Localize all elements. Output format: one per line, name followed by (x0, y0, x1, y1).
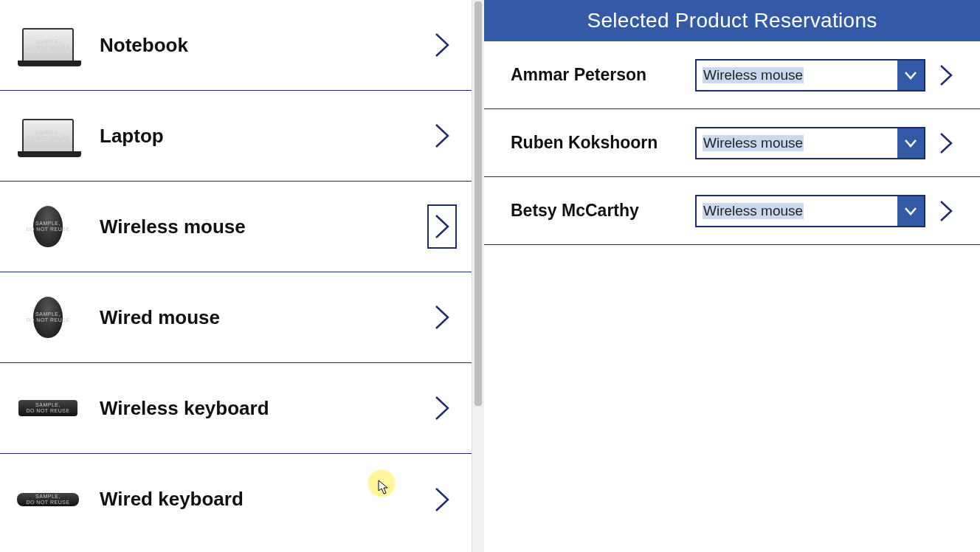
chevron-down-icon[interactable] (897, 61, 924, 90)
product-thumb: SAMPLE, DO NOT REUSE (15, 474, 81, 525)
chevron-right-icon[interactable] (427, 477, 457, 522)
scrollbar-thumb[interactable] (475, 1, 482, 406)
chevron-right-icon[interactable] (427, 204, 457, 249)
product-thumb: SAMPLE, DO NOT REUSE (15, 19, 81, 71)
product-row-wired-keyboard[interactable]: SAMPLE, DO NOT REUSE Wired keyboard (0, 454, 472, 545)
app-root: SAMPLE, DO NOT REUSE Notebook SAMPLE, DO… (0, 0, 980, 552)
keyboard-icon (18, 400, 77, 416)
mouse-icon (33, 297, 63, 338)
laptop-icon (22, 119, 74, 153)
reservation-name: Ruben Kokshoorn (511, 133, 695, 153)
chevron-right-icon[interactable] (427, 23, 457, 67)
product-thumb: SAMPLE, DO NOT REUSE (15, 110, 81, 162)
product-list-panel: SAMPLE, DO NOT REUSE Notebook SAMPLE, DO… (0, 0, 472, 552)
select-value: Wireless mouse (697, 61, 897, 90)
select-value: Wireless mouse (697, 128, 897, 158)
reservation-product-select[interactable]: Wireless mouse (695, 127, 925, 159)
product-label: Wired mouse (100, 306, 427, 329)
left-panel-scrollbar[interactable] (472, 0, 484, 552)
chevron-right-icon[interactable] (933, 132, 959, 154)
mouse-icon (33, 206, 63, 247)
reservation-row: Ruben Kokshoorn Wireless mouse (484, 109, 980, 177)
product-row-notebook[interactable]: SAMPLE, DO NOT REUSE Notebook (0, 0, 472, 91)
product-row-wireless-mouse[interactable]: SAMPLE, DO NOT REUSE Wireless mouse (0, 182, 472, 272)
laptop-icon (22, 28, 74, 62)
product-label: Notebook (100, 34, 427, 57)
product-row-laptop[interactable]: SAMPLE, DO NOT REUSE Laptop (0, 91, 472, 182)
chevron-right-icon[interactable] (427, 295, 457, 339)
reservation-product-select[interactable]: Wireless mouse (695, 59, 925, 92)
reservations-header: Selected Product Reservations (484, 0, 980, 41)
product-label: Wireless mouse (100, 215, 427, 238)
chevron-down-icon[interactable] (897, 196, 924, 226)
product-label: Wireless keyboard (100, 397, 427, 420)
chevron-right-icon[interactable] (933, 64, 959, 86)
reservation-name: Ammar Peterson (511, 65, 695, 85)
product-label: Laptop (100, 125, 427, 148)
chevron-right-icon[interactable] (427, 386, 457, 430)
reservation-name: Betsy McCarthy (511, 201, 695, 221)
product-thumb: SAMPLE, DO NOT REUSE (15, 291, 81, 343)
chevron-right-icon[interactable] (427, 114, 457, 158)
reservation-product-select[interactable]: Wireless mouse (695, 195, 925, 227)
reservation-row: Betsy McCarthy Wireless mouse (484, 177, 980, 245)
reservation-row: Ammar Peterson Wireless mouse (484, 41, 980, 109)
product-label: Wired keyboard (100, 488, 427, 511)
select-value: Wireless mouse (697, 196, 897, 226)
reservations-panel: Selected Product Reservations Ammar Pete… (484, 0, 980, 552)
product-thumb: SAMPLE, DO NOT REUSE (15, 201, 81, 252)
chevron-right-icon[interactable] (933, 200, 959, 222)
product-row-wireless-keyboard[interactable]: SAMPLE, DO NOT REUSE Wireless keyboard (0, 363, 472, 454)
chevron-down-icon[interactable] (897, 128, 924, 158)
product-thumb: SAMPLE, DO NOT REUSE (15, 382, 81, 434)
product-row-wired-mouse[interactable]: SAMPLE, DO NOT REUSE Wired mouse (0, 272, 472, 363)
keyboard-icon (17, 493, 79, 506)
